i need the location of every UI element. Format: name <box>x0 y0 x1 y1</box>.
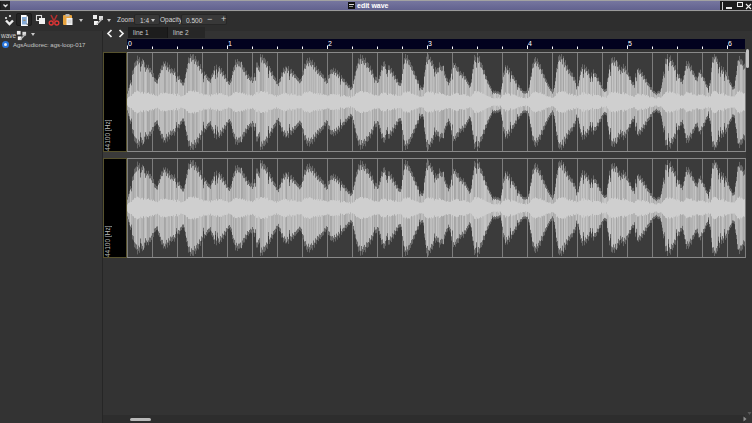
svg-text:6: 6 <box>728 40 732 47</box>
svg-text:4: 4 <box>528 40 532 47</box>
svg-text:1: 1 <box>228 40 232 47</box>
svg-text:0: 0 <box>128 40 132 47</box>
svg-text:3: 3 <box>428 40 432 47</box>
svg-text:5: 5 <box>628 40 632 47</box>
svg-text:2: 2 <box>328 40 332 47</box>
